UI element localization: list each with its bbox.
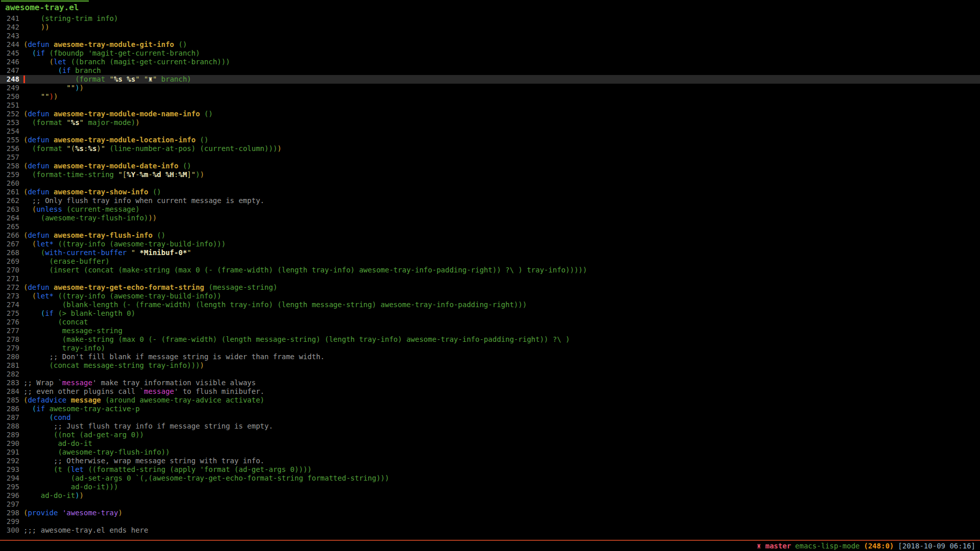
code-line[interactable]: 261(defun awesome-tray-show-info () xyxy=(0,188,980,196)
code-line[interactable]: 247 (if branch xyxy=(0,66,980,75)
code-text xyxy=(19,222,23,231)
code-line[interactable]: 298(provide 'awesome-tray) xyxy=(0,509,980,517)
code-text xyxy=(19,370,23,378)
code-line[interactable]: 296 ad-do-it)) xyxy=(0,491,980,500)
line-number: 247 xyxy=(0,66,19,75)
code-line[interactable]: 281 (concat message-string tray-info)))) xyxy=(0,361,980,370)
code-line[interactable]: 258(defun awesome-tray-module-date-info … xyxy=(0,162,980,170)
code-line[interactable]: 293 (t (let ((formatted-string (apply 'f… xyxy=(0,465,980,474)
code-line[interactable]: 294 (ad-set-args 0 `(,(awesome-tray-get-… xyxy=(0,474,980,483)
code-line[interactable]: 288 ;; Just flush tray info if message s… xyxy=(0,422,980,431)
code-text: tray-info) xyxy=(19,344,105,352)
code-line[interactable]: 242 )) xyxy=(0,23,980,32)
code-line[interactable]: 284;; even other plugins call `message' … xyxy=(0,387,980,396)
code-text: ;; Wrap `message' make tray information … xyxy=(19,379,256,387)
code-line[interactable]: 279 tray-info) xyxy=(0,344,980,353)
code-line[interactable]: 243 xyxy=(0,32,980,40)
code-line[interactable]: 297 xyxy=(0,500,980,509)
code-line[interactable]: 276 (concat xyxy=(0,318,980,327)
code-line[interactable]: 285(defadvice message (around awesome-tr… xyxy=(0,396,980,405)
code-text: ad-do-it xyxy=(19,439,92,447)
code-line[interactable]: 266(defun awesome-tray-flush-info () xyxy=(0,231,980,240)
code-line[interactable]: 275 (if (> blank-length 0) xyxy=(0,309,980,318)
code-line[interactable]: 267 (let* ((tray-info (awesome-tray-buil… xyxy=(0,240,980,248)
code-line[interactable]: 282 xyxy=(0,370,980,379)
code-text: (format-time-string "[%Y-%m-%d %H:%M]")) xyxy=(19,170,204,179)
code-line[interactable]: 295 ad-do-it))) xyxy=(0,483,980,491)
code-line[interactable]: 265 xyxy=(0,222,980,231)
code-line[interactable]: 259 (format-time-string "[%Y-%m-%d %H:%M… xyxy=(0,170,980,179)
code-line[interactable]: 253 (format "%s" major-mode)) xyxy=(0,118,980,127)
line-number: 251 xyxy=(0,101,19,110)
code-text: (make-string (max 0 (- (frame-width) (le… xyxy=(19,335,570,343)
code-line[interactable]: 268 (with-current-buffer " *Minibuf-0*" xyxy=(0,248,980,257)
code-text: ;; Otherwise, wrap message string with t… xyxy=(19,457,264,465)
code-line[interactable]: 273 (let* ((tray-info (awesome-tray-buil… xyxy=(0,292,980,300)
line-number: 291 xyxy=(0,448,19,457)
line-number: 249 xyxy=(0,84,19,92)
code-line[interactable]: 287 (cond xyxy=(0,413,980,422)
tray-info: ♜ masteremacs-lisp-mode(248:0)[2018-10-0… xyxy=(0,541,980,551)
code-line[interactable]: 264 (awesome-tray-flush-info))) xyxy=(0,214,980,222)
code-line[interactable]: 263 (unless (current-message) xyxy=(0,205,980,214)
code-line[interactable]: 299 xyxy=(0,517,980,526)
line-number: 268 xyxy=(0,248,19,257)
buffer-tab-underline xyxy=(1,1,89,2)
code-text: (format "%s" major-mode)) xyxy=(19,118,140,127)
code-line[interactable]: 245 (if (fboundp 'magit-get-current-bran… xyxy=(0,49,980,58)
code-text: (concat xyxy=(19,318,88,326)
code-line[interactable]: 300;;; awesome-tray.el ends here xyxy=(0,526,980,535)
code-line[interactable]: 286 (if awesome-tray-active-p xyxy=(0,405,980,413)
code-line[interactable]: 291 (awesome-tray-flush-info)) xyxy=(0,448,980,457)
code-line[interactable]: 248 (format "%s %s" "♜" branch) xyxy=(0,75,980,84)
line-number: 246 xyxy=(0,58,19,66)
code-line[interactable]: 272(defun awesome-tray-get-echo-format-s… xyxy=(0,283,980,292)
code-text: (unless (current-message) xyxy=(19,205,140,213)
code-text: (defun awesome-tray-show-info () xyxy=(19,188,161,196)
code-line[interactable]: 290 ad-do-it xyxy=(0,439,980,448)
code-buffer[interactable]: 241 (string-trim info)242 ))243244(defun… xyxy=(0,14,980,535)
cursor xyxy=(23,76,25,83)
line-number: 277 xyxy=(0,327,19,335)
code-line[interactable]: 280 ;; Don't fill blank if message strin… xyxy=(0,353,980,361)
line-number: 278 xyxy=(0,335,19,344)
code-line[interactable]: 252(defun awesome-tray-module-mode-name-… xyxy=(0,110,980,118)
code-line[interactable]: 241 (string-trim info) xyxy=(0,14,980,23)
line-number: 298 xyxy=(0,509,19,517)
code-text: "")) xyxy=(19,92,58,101)
code-text: (let* ((tray-info (awesome-tray-build-in… xyxy=(19,240,226,248)
code-line[interactable]: 277 message-string xyxy=(0,327,980,335)
line-number: 257 xyxy=(0,153,19,162)
code-line[interactable]: 250 "")) xyxy=(0,92,980,101)
code-line[interactable]: 283;; Wrap `message' make tray informati… xyxy=(0,379,980,387)
emacs-frame: awesome-tray.el 241 (string-trim info)24… xyxy=(0,0,980,551)
line-number: 267 xyxy=(0,240,19,248)
code-line[interactable]: 271 xyxy=(0,274,980,283)
code-line[interactable]: 269 (erase-buffer) xyxy=(0,257,980,266)
code-line[interactable]: 251 xyxy=(0,101,980,110)
line-number: 300 xyxy=(0,526,19,535)
code-line[interactable]: 292 ;; Otherwise, wrap message string wi… xyxy=(0,457,980,465)
code-line[interactable]: 255(defun awesome-tray-module-location-i… xyxy=(0,136,980,144)
code-line[interactable]: 257 xyxy=(0,153,980,162)
code-line[interactable]: 262 ;; Only flush tray info when current… xyxy=(0,196,980,205)
code-text: (ad-set-args 0 `(,(awesome-tray-get-echo… xyxy=(19,474,389,482)
line-number: 287 xyxy=(0,413,19,422)
code-line[interactable]: 270 (insert (concat (make-string (max 0 … xyxy=(0,266,980,274)
major-mode-indicator: emacs-lisp-mode xyxy=(795,542,860,550)
line-number: 254 xyxy=(0,127,19,136)
code-line[interactable]: 254 xyxy=(0,127,980,136)
line-number: 264 xyxy=(0,214,19,222)
code-text: (blank-length (- (frame-width) (length t… xyxy=(19,300,527,309)
code-line[interactable]: 260 xyxy=(0,179,980,188)
code-line[interactable]: 244(defun awesome-tray-module-git-info (… xyxy=(0,40,980,49)
code-line[interactable]: 256 (format "(%s:%s)" (line-number-at-po… xyxy=(0,144,980,153)
line-number: 280 xyxy=(0,353,19,361)
code-line[interactable]: 249 "")) xyxy=(0,84,980,92)
code-line[interactable]: 289 ((not (ad-get-arg 0)) xyxy=(0,431,980,439)
code-line[interactable]: 246 (let ((branch (magit-get-current-bra… xyxy=(0,58,980,66)
cursor-position-indicator: (248:0) xyxy=(864,542,894,550)
line-number: 250 xyxy=(0,92,19,101)
code-line[interactable]: 278 (make-string (max 0 (- (frame-width)… xyxy=(0,335,980,344)
code-line[interactable]: 274 (blank-length (- (frame-width) (leng… xyxy=(0,300,980,309)
